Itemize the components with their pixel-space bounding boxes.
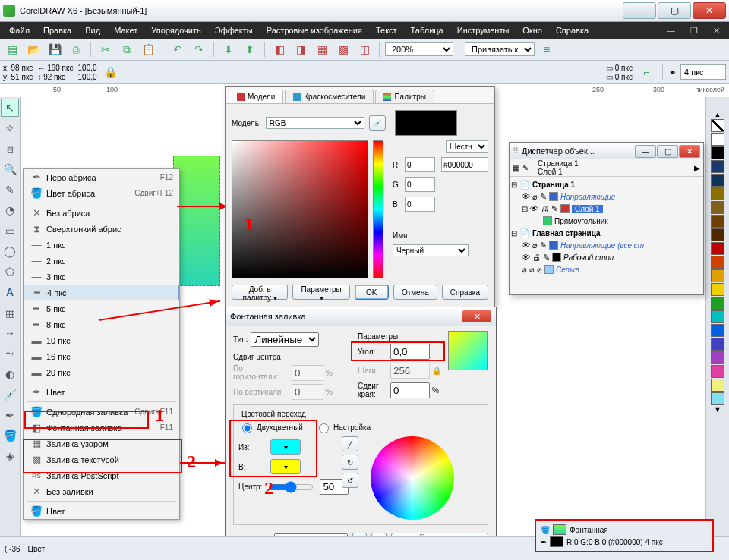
mi-color2[interactable]: 🪣Цвет <box>24 503 179 519</box>
path-straight-icon[interactable]: ╱ <box>342 436 358 451</box>
app5-icon[interactable]: ◫ <box>355 40 374 58</box>
table-tool-icon[interactable]: ▦ <box>1 304 19 322</box>
snap-opts-icon[interactable]: ≡ <box>538 40 556 58</box>
model-select[interactable]: RGB <box>266 117 364 129</box>
rectangle-tool-icon[interactable]: ▭ <box>1 222 19 240</box>
color-swatch[interactable] <box>711 228 724 241</box>
color-cancel-button[interactable]: Отмена <box>393 285 437 300</box>
mi-no-outline[interactable]: ✕Без абриса <box>24 205 179 221</box>
mi-4px[interactable]: ━4 пкс <box>24 285 179 300</box>
tab-mixers[interactable]: Краскосмесители <box>285 90 374 103</box>
mi-5px[interactable]: ━5 пкс <box>24 300 179 316</box>
smartfill-tool-icon[interactable]: ◔ <box>1 201 19 219</box>
menu-bitmaps[interactable]: Растровые изображения <box>260 24 368 36</box>
outline-tool-icon[interactable]: ✒ <box>1 406 19 424</box>
crop-tool-icon[interactable]: ⧈ <box>1 140 19 158</box>
from-color-button[interactable]: ▾ <box>270 439 301 455</box>
color-swatch[interactable] <box>711 310 724 323</box>
undo-icon[interactable]: ↶ <box>169 40 187 58</box>
zoom-tool-icon[interactable]: 🔍 <box>1 160 19 178</box>
mi-outline-color[interactable]: 🪣Цвет абрисаСдвиг+F12 <box>24 185 179 201</box>
path-cw-icon[interactable]: ↻ <box>342 455 358 470</box>
tree-master[interactable]: ⊟📄Главная страница <box>511 227 702 239</box>
mi-pattern-fill[interactable]: ▦Заливка узором <box>24 436 179 451</box>
tree-rectangle[interactable]: Прямоугольник <box>511 215 702 227</box>
mi-color[interactable]: ✒Цвет <box>24 384 179 400</box>
tab-palettes[interactable]: Палитры <box>375 90 434 103</box>
color-swatch[interactable] <box>711 379 724 392</box>
tree-desktop[interactable]: 👁🖨✎Рабочий стол <box>511 251 702 263</box>
color-swatch[interactable] <box>711 365 724 378</box>
open-icon[interactable]: 📂 <box>24 40 43 58</box>
objmgr-max-icon[interactable]: ▢ <box>657 145 678 158</box>
lock-icon[interactable]: 🔒 <box>432 367 441 375</box>
path-ccw-icon[interactable]: ↺ <box>342 473 358 488</box>
mi-20px[interactable]: ▬20 пкс <box>24 364 179 380</box>
tree-guides-all[interactable]: 👁⌀✎Направляющие (все ст <box>511 239 702 251</box>
mdi-close-icon[interactable]: ✕ <box>707 24 726 37</box>
palette-up-icon[interactable]: ▲ <box>715 111 721 118</box>
r-input[interactable] <box>405 157 435 172</box>
docker-grip-icon[interactable]: ⠿ <box>513 146 519 156</box>
eyedropper-tool-icon[interactable]: 💉 <box>1 385 19 404</box>
color-help-button[interactable]: Справка <box>442 285 488 300</box>
center-slider[interactable] <box>268 481 314 493</box>
color-wheel[interactable] <box>371 436 454 520</box>
app2-icon[interactable]: ◨ <box>292 40 310 58</box>
menu-view[interactable]: Вид <box>79 24 106 36</box>
selected-rectangle[interactable] <box>173 156 220 286</box>
b-input[interactable] <box>405 197 435 212</box>
effects-tool-icon[interactable]: ◐ <box>1 365 19 383</box>
corner-icon[interactable]: ⌐ <box>637 63 655 81</box>
menu-arrange[interactable]: Упорядочить <box>145 24 207 36</box>
interactive-fill-icon[interactable]: ◈ <box>1 447 19 465</box>
color-swatch[interactable] <box>711 187 724 200</box>
color-field[interactable] <box>232 140 368 278</box>
menu-effects[interactable]: Эффекты <box>209 24 259 36</box>
mdi-min-icon[interactable]: — <box>661 24 681 37</box>
type-select[interactable]: Линейные <box>251 332 319 347</box>
minimize-button[interactable]: — <box>623 2 656 19</box>
palette-down-icon[interactable]: ▼ <box>715 406 721 414</box>
color-swatch[interactable] <box>711 283 724 296</box>
mi-2px[interactable]: —2 пкс <box>24 253 179 269</box>
mi-ps-fill[interactable]: PSЗаливка PostScript <box>24 467 179 483</box>
mdi-restore-icon[interactable]: ❐ <box>684 24 704 37</box>
menu-file[interactable]: Файл <box>3 24 36 36</box>
params-button[interactable]: Параметры ▾ <box>292 285 349 300</box>
polygon-tool-icon[interactable]: ⬠ <box>1 263 19 281</box>
zoom-select[interactable]: 200% <box>385 42 453 56</box>
cut-icon[interactable]: ✂ <box>96 40 115 58</box>
add-palette-button[interactable]: Доб. в палитру ▾ <box>232 285 288 300</box>
mi-16px[interactable]: ▬16 пкс <box>24 348 179 364</box>
ellipse-tool-icon[interactable]: ◯ <box>1 242 19 260</box>
tree-page1[interactable]: ⊟📄Страница 1 <box>511 178 702 190</box>
menu-help[interactable]: Справка <box>550 24 595 36</box>
import-icon[interactable]: ⬇ <box>219 40 238 58</box>
snap-select[interactable]: Привязать к <box>465 42 535 56</box>
tree-layer1[interactable]: ⊟👁🖨✎Слой 1 <box>511 203 702 215</box>
tree-next-icon[interactable]: ▶ <box>694 164 700 172</box>
color-swatch[interactable] <box>711 201 724 214</box>
color-swatch[interactable] <box>711 133 724 146</box>
mi-thin[interactable]: ⧗Сверхтонкий абрис <box>24 221 179 237</box>
connector-tool-icon[interactable]: ⤳ <box>1 344 19 363</box>
export-icon[interactable]: ⬆ <box>241 40 259 58</box>
new-icon[interactable]: ▤ <box>3 40 21 58</box>
print-icon[interactable]: ⎙ <box>67 40 85 58</box>
fountain-close-icon[interactable]: ✕ <box>462 310 491 322</box>
color-name-select[interactable]: Черный <box>393 244 469 256</box>
layer-view-icon[interactable]: ▦ <box>513 164 519 172</box>
color-swatch[interactable] <box>711 269 724 282</box>
menu-window[interactable]: Окно <box>516 24 548 36</box>
no-color-swatch[interactable] <box>711 119 724 132</box>
color-ok-button[interactable]: OK <box>355 285 389 300</box>
objmgr-close-icon[interactable]: ✕ <box>679 145 700 158</box>
color-swatch[interactable] <box>711 242 724 255</box>
edge-input[interactable] <box>390 382 430 398</box>
mi-10px[interactable]: ▬10 пкс <box>24 332 179 348</box>
menu-tools[interactable]: Инструменты <box>451 24 516 36</box>
mi-1px[interactable]: —1 пкс <box>24 237 179 253</box>
mi-pen[interactable]: ✒Перо абрисаF12 <box>24 169 179 185</box>
angle-input[interactable] <box>390 344 430 360</box>
